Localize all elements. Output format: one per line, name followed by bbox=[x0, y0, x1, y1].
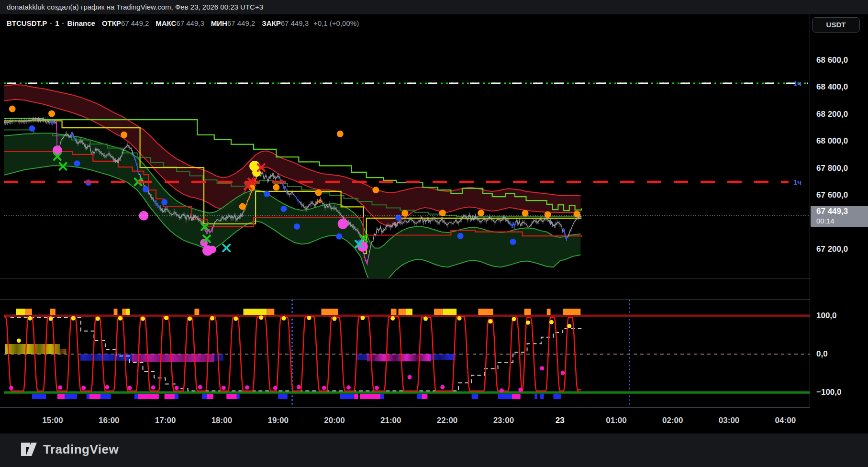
tradingview-logo-icon bbox=[21, 443, 37, 457]
time-label: 15:00 bbox=[42, 416, 63, 425]
symbol-legend: BTCUSDT.P·1·BinanceОТКР67 449,2МАКС67 44… bbox=[7, 19, 359, 27]
price-axis[interactable]: USDT 68 600,068 400,068 200,068 000,067 … bbox=[810, 14, 868, 408]
time-label: 02:00 bbox=[662, 416, 683, 425]
branding-bar: TradingView bbox=[0, 434, 868, 467]
time-label: 03:00 bbox=[719, 416, 739, 425]
price-tick: 67 800,0 bbox=[816, 164, 848, 173]
time-label: 20:00 bbox=[324, 416, 345, 425]
chart-area[interactable]: BTCUSDT.P·1·BinanceОТКР67 449,2МАКС67 44… bbox=[0, 14, 868, 434]
time-label: 18:00 bbox=[211, 416, 232, 425]
time-label: 19:00 bbox=[267, 416, 288, 425]
header-text: donatakkluk создал(а) график на TradingV… bbox=[0, 3, 263, 11]
price-tick: 68 000,0 bbox=[816, 137, 848, 145]
time-label: 16:00 bbox=[99, 416, 119, 425]
oscillator-tick: 0,0 bbox=[816, 350, 828, 358]
currency-button[interactable]: USDT bbox=[812, 17, 860, 33]
last-price-box: 67 449,3 00:14 bbox=[811, 206, 868, 227]
last-price-value: 67 449,3 bbox=[816, 206, 868, 217]
ohlc-value: 67 449,3 bbox=[281, 19, 309, 27]
price-tick: 67 600,0 bbox=[816, 191, 848, 200]
ohlc-label: МИН bbox=[211, 19, 227, 27]
price-tick: 68 200,0 bbox=[816, 110, 848, 119]
tradingview-logo-text: TradingView bbox=[43, 442, 119, 457]
ohlc-value: 67 449,3 bbox=[176, 19, 204, 27]
tradingview-snapshot: donatakkluk создал(а) график на TradingV… bbox=[0, 0, 868, 467]
time-label: 21:00 bbox=[380, 416, 401, 425]
lower-level-label: 1ч bbox=[793, 178, 801, 186]
oscillator-tick: −100,0 bbox=[816, 388, 841, 397]
ohlc-values: ОТКР67 449,2МАКС67 449,3МИН67 449,2ЗАКР6… bbox=[95, 19, 309, 27]
time-label: 04:00 bbox=[775, 416, 796, 425]
time-label: 01:00 bbox=[606, 416, 626, 425]
ohlc-label: ОТКР bbox=[102, 19, 121, 27]
ohlc-value: 67 449,2 bbox=[227, 19, 255, 27]
chart-canvas[interactable] bbox=[0, 14, 868, 434]
timeframe[interactable]: 1 bbox=[55, 19, 59, 27]
legend-separator: · bbox=[47, 19, 55, 27]
time-label: 17:00 bbox=[155, 416, 176, 425]
change-value: +0,1 (+0,00%) bbox=[313, 19, 359, 27]
symbol-name[interactable]: BTCUSDT.P bbox=[7, 19, 47, 27]
price-tick: 68 400,0 bbox=[816, 83, 848, 91]
time-label: 23:00 bbox=[493, 416, 514, 425]
price-tick: 68 600,0 bbox=[816, 56, 848, 65]
ohlc-value: 67 449,2 bbox=[121, 19, 149, 27]
legend-separator: · bbox=[59, 19, 67, 27]
bar-countdown: 00:14 bbox=[816, 217, 868, 225]
exchange-name[interactable]: Binance bbox=[67, 19, 95, 27]
time-axis[interactable]: 15:0016:0017:0018:0019:0020:0021:0022:00… bbox=[0, 408, 868, 434]
upper-level-label: 1ч bbox=[793, 79, 801, 88]
time-label: 23 bbox=[556, 416, 565, 425]
snapshot-header: donatakkluk создал(а) график на TradingV… bbox=[0, 0, 868, 14]
price-tick: 67 200,0 bbox=[816, 245, 848, 254]
time-label: 22:00 bbox=[437, 416, 457, 425]
tradingview-logo[interactable]: TradingView bbox=[21, 442, 119, 457]
ohlc-label: ЗАКР bbox=[262, 19, 280, 27]
ohlc-label: МАКС bbox=[156, 19, 176, 27]
oscillator-tick: 100,0 bbox=[816, 311, 837, 320]
